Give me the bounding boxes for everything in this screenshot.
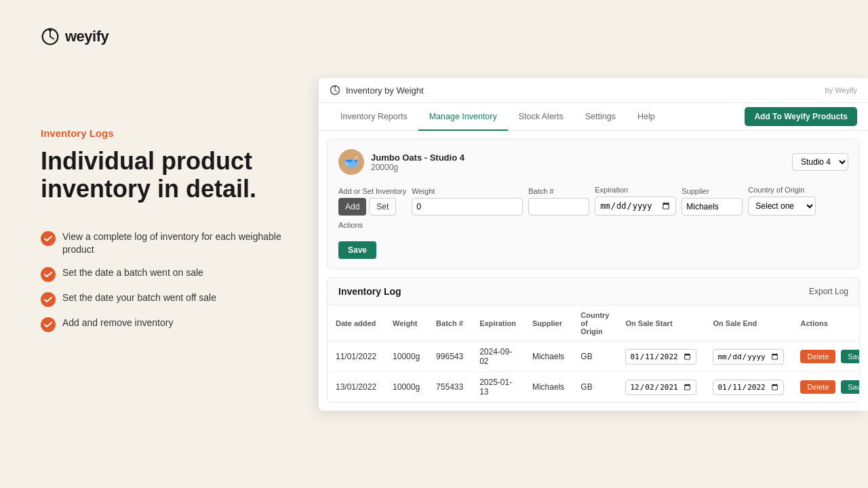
export-log-link[interactable]: Export Log (809, 287, 848, 296)
check-icon-3 (41, 292, 56, 307)
col-on-sale-end: On Sale End (705, 306, 792, 342)
section-label: Inventory Logs (41, 127, 298, 139)
col-supplier: Supplier (524, 306, 572, 342)
cell-weight-1: 10000g (384, 372, 428, 403)
svg-line-11 (335, 90, 337, 92)
add-product-button[interactable]: Add To Weyify Products (745, 107, 857, 126)
studio-select[interactable]: Studio 4 (792, 153, 848, 171)
product-info: 🥣 Jumbo Oats - Studio 4 20000g (338, 149, 465, 175)
cell-expiration-0: 2024-09-02 (471, 342, 524, 372)
table-row: 11/01/2022 10000g 996543 2024-09-02 Mich… (328, 342, 860, 372)
cell-on-sale-end-1[interactable] (705, 372, 792, 403)
cell-country-0: GB (572, 342, 617, 372)
on-sale-start-input-0[interactable] (625, 349, 696, 365)
tab-help[interactable]: Help (627, 104, 666, 131)
cell-date-added-1: 13/01/2022 (328, 372, 384, 403)
form-label-supplier: Supplier (682, 187, 743, 195)
cell-date-added-0: 11/01/2022 (328, 342, 384, 372)
check-icon-1 (41, 231, 56, 246)
feature-text-1: View a complete log of inventory for eac… (62, 230, 298, 257)
save-button-1[interactable]: Save (841, 380, 860, 394)
cell-on-sale-start-0[interactable] (617, 342, 705, 372)
feature-text-2: Set the date a batch went on sale (62, 266, 203, 280)
cell-batch-1: 755433 (428, 372, 471, 403)
form-label-batch: Batch # (528, 187, 589, 195)
on-sale-end-input-1[interactable] (713, 380, 784, 395)
form-label-actions: Actions (338, 221, 376, 229)
col-date-added: Date added (328, 306, 384, 342)
feature-item: View a complete log of inventory for eac… (41, 230, 298, 257)
delete-button-0[interactable]: Delete (800, 350, 835, 363)
cell-weight-0: 10000g (384, 342, 428, 372)
col-batch: Batch # (428, 306, 471, 342)
cell-on-sale-end-0[interactable] (705, 342, 792, 372)
cell-actions-1: Delete Save (792, 372, 860, 403)
form-col-batch: Batch # (528, 187, 589, 216)
expiration-input[interactable] (595, 197, 676, 216)
country-select[interactable]: Select one GB US DE (748, 197, 816, 216)
cell-on-sale-start-1[interactable] (617, 372, 705, 403)
app-header-title: Inventory by Weight (346, 85, 424, 96)
check-icon-4 (41, 317, 56, 332)
add-button[interactable]: Add (338, 198, 366, 216)
form-col-supplier: Supplier (682, 187, 743, 216)
tab-inventory-reports[interactable]: Inventory Reports (330, 104, 418, 131)
main-heading: Individual product inventory in detail. (41, 147, 298, 203)
col-expiration: Expiration (471, 306, 524, 342)
feature-text-4: Add and remove inventory (62, 317, 173, 330)
log-table-head: Date added Weight Batch # Expiration Sup… (328, 306, 860, 342)
tab-stock-alerts[interactable]: Stock Alerts (508, 104, 574, 131)
on-sale-start-input-1[interactable] (625, 380, 696, 395)
app-panel: Inventory by Weight by Weyify Inventory … (319, 78, 868, 411)
cell-supplier-1: Michaels (524, 372, 572, 403)
actions-cell-1: Delete Save (800, 380, 860, 394)
logo-icon (41, 27, 60, 46)
feature-item: Set the date your batch went off sale (41, 291, 298, 307)
col-actions: Actions (792, 306, 860, 342)
inventory-log-section: Inventory Log Export Log Date added Weig… (327, 277, 860, 403)
delete-button-1[interactable]: Delete (800, 380, 835, 394)
col-weight: Weight (384, 306, 428, 342)
log-title: Inventory Log (338, 286, 401, 297)
log-header: Inventory Log Export Log (328, 278, 859, 306)
log-table-body: 11/01/2022 10000g 996543 2024-09-02 Mich… (328, 342, 860, 403)
col-country: Country of Origin (572, 306, 617, 342)
product-details: Jumbo Oats - Studio 4 20000g (371, 152, 465, 172)
feature-item: Set the date a batch went on sale (41, 266, 298, 282)
feature-text-3: Set the date your batch went off sale (62, 291, 216, 305)
set-button[interactable]: Set (369, 198, 396, 216)
tab-settings[interactable]: Settings (574, 104, 627, 131)
batch-input[interactable] (528, 198, 589, 216)
app-logo-icon (330, 85, 340, 96)
table-row: 13/01/2022 10000g 755433 2025-01-13 Mich… (328, 372, 860, 403)
feature-item: Add and remove inventory (41, 317, 298, 332)
form-label-country: Country of Origin (748, 186, 816, 194)
product-avatar: 🥣 (338, 149, 364, 175)
nav-tabs-left: Inventory Reports Manage Inventory Stock… (330, 103, 666, 130)
product-header: 🥣 Jumbo Oats - Studio 4 20000g Studio 4 (338, 149, 848, 175)
product-weight: 20000g (371, 163, 465, 172)
supplier-input[interactable] (682, 198, 743, 216)
add-set-group: Add Set (338, 198, 406, 216)
check-icon-2 (41, 267, 56, 282)
logo: weyify (41, 27, 298, 46)
product-name: Jumbo Oats - Studio 4 (371, 152, 465, 163)
save-button-0[interactable]: Save (841, 350, 860, 363)
features-list: View a complete log of inventory for eac… (41, 230, 298, 332)
on-sale-end-input-0[interactable] (713, 349, 784, 365)
form-label-expiration: Expiration (595, 186, 676, 194)
tab-manage-inventory[interactable]: Manage Inventory (418, 104, 508, 131)
form-save-button[interactable]: Save (338, 241, 376, 259)
form-col-country: Country of Origin Select one GB US DE (748, 186, 816, 216)
cell-batch-0: 996543 (428, 342, 471, 372)
form-col-weight: Weight (412, 187, 523, 216)
form-label-add-set: Add or Set Inventory (338, 187, 406, 195)
form-col-expiration: Expiration (595, 186, 676, 216)
svg-line-3 (50, 37, 54, 39)
cell-actions-0: Delete Save (792, 342, 860, 372)
log-table: Date added Weight Batch # Expiration Sup… (328, 306, 860, 402)
weight-input[interactable] (412, 198, 523, 216)
product-section: 🥣 Jumbo Oats - Studio 4 20000g Studio 4 … (327, 139, 860, 269)
logo-text: weyify (65, 28, 108, 45)
log-table-header-row: Date added Weight Batch # Expiration Sup… (328, 306, 860, 342)
